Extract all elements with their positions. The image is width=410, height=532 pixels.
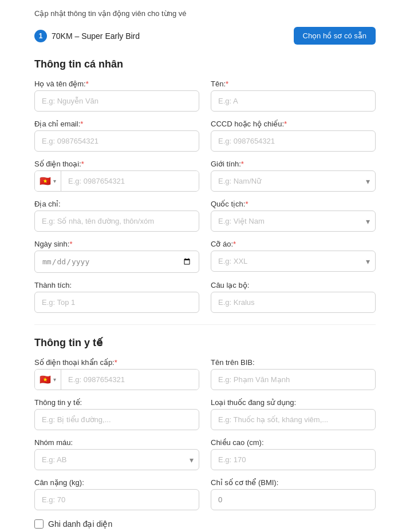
weight-group: Cân nặng (kg): (34, 478, 199, 510)
medical-section: Thông tin y tế Số điện thoại khẩn cấp:* … (34, 336, 376, 510)
medical-info-input[interactable] (34, 409, 199, 430)
medication-label: Loại thuốc đang sử dụng: (211, 398, 376, 407)
gender-group: Giới tính:* E.g: Nam/Nữ Nam Nữ (211, 160, 376, 192)
shirt-label: Cỡ áo:* (211, 240, 376, 248)
representative-label[interactable]: Ghi danh đại diện (48, 519, 112, 529)
dob-input[interactable] (34, 251, 199, 273)
emergency-phone-input[interactable] (61, 370, 199, 390)
ticket-number: 1 (34, 30, 47, 42)
first-name-group: Tên:* (211, 80, 376, 112)
achievement-input[interactable] (34, 292, 199, 313)
gender-label: Giới tính:* (211, 160, 376, 168)
personal-section-title: Thông tin cá nhân (34, 58, 376, 70)
height-group: Chiều cao (cm): (211, 438, 376, 470)
medical-info-group: Thông tin y tế: (34, 398, 199, 430)
blood-group-label: Nhóm máu: (34, 438, 199, 447)
address-label: Địa chỉ: (34, 200, 199, 208)
email-group: Địa chỉ email:* (34, 120, 199, 152)
emergency-phone-input-group: 🇻🇳 ▾ (34, 369, 199, 390)
dob-label: Ngày sinh:* (34, 240, 199, 248)
vn-flag-2: 🇻🇳 (40, 374, 51, 385)
emergency-phone-group: Số điện thoại khẩn cấp:* 🇻🇳 ▾ (34, 358, 199, 390)
ticket-row: 1 70KM – Super Early Bird Chọn hồ sơ có … (34, 27, 376, 45)
bib-name-input[interactable] (211, 369, 376, 390)
vn-flag: 🇻🇳 (40, 176, 51, 186)
representative-row: Ghi danh đại diện (34, 519, 376, 529)
flag-chevron-icon: ▾ (53, 178, 56, 184)
club-group: Câu lạc bộ: (211, 281, 376, 313)
section-divider (34, 324, 376, 325)
phone-flag-select[interactable]: 🇻🇳 ▾ (35, 171, 61, 191)
email-label: Địa chỉ email:* (34, 120, 199, 128)
phone-group: Số điện thoại:* 🇻🇳 ▾ (34, 160, 199, 192)
height-input[interactable] (211, 449, 376, 470)
address-input[interactable] (34, 211, 199, 232)
first-name-input[interactable] (211, 90, 376, 112)
bib-name-label: Tên trên BIB: (211, 358, 376, 367)
flag-chevron-icon-2: ▾ (53, 376, 56, 383)
country-select[interactable]: E.g: Việt Nam Việt Nam (211, 211, 376, 232)
blood-group-select-wrapper: E.g: AB A B AB O (34, 449, 199, 470)
update-notice: Cập nhật thông tin vận động viên cho từn… (34, 9, 376, 18)
ticket-name: 70KM – Super Early Bird (52, 31, 140, 41)
first-name-label: Tên:* (211, 80, 376, 88)
shirt-select-wrapper: E.g: XXL XS S M L XL XXL (211, 251, 376, 272)
bmi-label: Chỉ số cơ thể (BMI): (211, 478, 376, 487)
gender-select-wrapper: E.g: Nam/Nữ Nam Nữ (211, 170, 376, 192)
bib-name-group: Tên trên BIB: (211, 358, 376, 390)
club-label: Câu lạc bộ: (211, 281, 376, 289)
phone-label: Số điện thoại:* (34, 160, 199, 168)
weight-input[interactable] (34, 489, 199, 510)
weight-label: Cân nặng (kg): (34, 478, 199, 487)
shirt-group: Cỡ áo:* E.g: XXL XS S M L XL XXL (211, 240, 376, 273)
phone-number-input[interactable] (61, 171, 199, 191)
phone-input-group: 🇻🇳 ▾ (34, 170, 199, 192)
country-select-wrapper: E.g: Việt Nam Việt Nam (211, 211, 376, 232)
cccd-input[interactable] (211, 130, 376, 152)
country-label: Quốc tịch:* (211, 200, 376, 208)
medical-info-label: Thông tin y tế: (34, 398, 199, 407)
country-group: Quốc tịch:* E.g: Việt Nam Việt Nam (211, 200, 376, 232)
ticket-badge: 1 70KM – Super Early Bird (34, 30, 140, 42)
email-input[interactable] (34, 130, 199, 152)
achievement-label: Thành tích: (34, 281, 199, 289)
bmi-group: Chỉ số cơ thể (BMI): (211, 478, 376, 510)
cccd-label: CCCD hoặc hộ chiếu:* (211, 120, 376, 128)
gender-select[interactable]: E.g: Nam/Nữ Nam Nữ (211, 170, 376, 192)
full-name-group: Họ và tên đệm:* (34, 80, 199, 112)
emergency-phone-label: Số điện thoại khẩn cấp:* (34, 358, 199, 367)
blood-group-group: Nhóm máu: E.g: AB A B AB O (34, 438, 199, 470)
blood-group-select[interactable]: E.g: AB A B AB O (34, 449, 199, 470)
medical-section-title: Thông tin y tế (34, 336, 376, 349)
medication-group: Loại thuốc đang sử dụng: (211, 398, 376, 430)
emergency-phone-flag-select[interactable]: 🇻🇳 ▾ (35, 370, 61, 390)
bmi-input[interactable] (211, 489, 376, 510)
full-name-label: Họ và tên đệm:* (34, 80, 199, 88)
full-name-input[interactable] (34, 90, 199, 112)
personal-section: Thông tin cá nhân Họ và tên đệm:* Tên:* … (34, 58, 376, 313)
representative-checkbox[interactable] (34, 519, 44, 529)
achievement-group: Thành tích: (34, 281, 199, 313)
shirt-select[interactable]: E.g: XXL XS S M L XL XXL (211, 251, 376, 272)
medication-input[interactable] (211, 409, 376, 430)
club-input[interactable] (211, 292, 376, 313)
dob-group: Ngày sinh:* (34, 240, 199, 273)
address-group: Địa chỉ: (34, 200, 199, 232)
select-profile-button[interactable]: Chọn hồ sơ có sẵn (294, 27, 376, 45)
height-label: Chiều cao (cm): (211, 438, 376, 447)
cccd-group: CCCD hoặc hộ chiếu:* (211, 120, 376, 152)
